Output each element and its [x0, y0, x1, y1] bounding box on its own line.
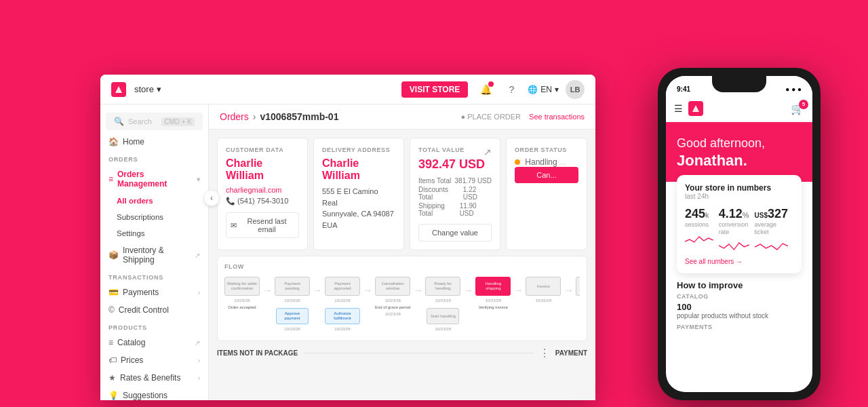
- cart-badge: 5: [799, 100, 808, 109]
- breadcrumb: Orders › v1006857mmb-01: [220, 111, 338, 122]
- items-not-in-package-label: ITEMS NOT IN PACKAGE: [217, 349, 298, 357]
- breadcrumb-parent[interactable]: Orders: [220, 111, 249, 122]
- search-icon: 🔍: [114, 117, 124, 126]
- total-card: TOTAL VALUE ↗ 392.47 USD Items Total 381…: [410, 138, 500, 250]
- breadcrumb-current: v1006857mmb-01: [260, 111, 338, 122]
- store-selector[interactable]: store ▾: [134, 84, 161, 94]
- search-shortcut: CMD + K: [161, 117, 195, 126]
- app-logo: [111, 82, 126, 97]
- chevron-down-icon: ▾: [555, 85, 559, 94]
- divider: [303, 353, 534, 353]
- more-options-icon[interactable]: ⋮: [539, 347, 550, 360]
- flow-node-4: Cancellationwindow 10/23/28 End of grace…: [375, 277, 410, 316]
- sidebar: 🔍 Search CMD + K 🏠 Home ORDERS ≡ Orders …: [100, 104, 209, 400]
- search-box[interactable]: 🔍 Search CMD + K: [106, 113, 203, 130]
- phone-mockup: 9:41 ● ● ● ☰ 🛒 5 Good afternoon, Jonatha…: [658, 68, 834, 407]
- customer-card-label: CUSTOMER DATA: [226, 147, 299, 153]
- conversion-stat: 4.12% conversion rate: [719, 207, 755, 252]
- bottom-section: ITEMS NOT IN PACKAGE ⋮ PAYMENT: [209, 347, 595, 365]
- sidebar-collapse-button[interactable]: ‹: [203, 190, 220, 206]
- flow-node-3: Paymentapproved 10/23/28 Authorizefulfil…: [325, 277, 360, 331]
- delivery-card: DELIVERY ADDRESS Charlie William 555 E E…: [313, 138, 404, 250]
- hamburger-icon[interactable]: ☰: [674, 103, 683, 114]
- store-numbers-title: Your store in numbers: [685, 183, 793, 193]
- expand-icon[interactable]: ↗: [484, 147, 492, 157]
- user-avatar[interactable]: LB: [566, 80, 585, 99]
- breadcrumb-separator: ›: [253, 111, 256, 122]
- sidebar-item-subscriptions[interactable]: Subscriptions: [100, 209, 208, 225]
- customer-email: charliegmail.com: [226, 186, 299, 194]
- sidebar-section-orders: ORDERS: [100, 151, 208, 166]
- breadcrumb-bar: Orders › v1006857mmb-01 ● PLACE ORDER Se…: [209, 104, 595, 130]
- sidebar-item-all-orders[interactable]: All orders: [100, 193, 208, 209]
- notifications-icon[interactable]: 🔔: [476, 80, 495, 99]
- sidebar-item-home[interactable]: 🏠 Home: [100, 133, 208, 151]
- place-order-hint: ● PLACE ORDER: [461, 113, 521, 121]
- order-status-value: Handling ...: [515, 157, 578, 167]
- phone-app-logo: [688, 101, 703, 116]
- sidebar-item-orders-management[interactable]: ≡ Orders Management ▾: [100, 166, 208, 193]
- sidebar-item-settings[interactable]: Settings: [100, 225, 208, 241]
- flow-node-6: Handlingshipping 10/23/28 Verifying invo…: [475, 277, 511, 309]
- sidebar-item-suggestions[interactable]: 💡 Suggestions: [100, 387, 208, 400]
- svg-marker-0: [115, 86, 122, 93]
- phone-icon: 📞: [226, 197, 235, 205]
- home-icon: 🏠: [108, 137, 119, 147]
- flow-label: FLOW: [224, 263, 580, 270]
- cart-icon[interactable]: 🛒 5: [791, 102, 804, 115]
- phone-hero: Good afternoon, Jonathan.: [666, 122, 812, 182]
- cancel-button[interactable]: Can...: [515, 167, 578, 183]
- phone-stats: 245k sessions 4.12: [685, 207, 793, 252]
- prices-icon: 🏷: [108, 355, 117, 365]
- email-icon: ✉: [231, 221, 237, 230]
- delivery-card-label: DELIVERY ADDRESS: [322, 147, 395, 153]
- see-all-numbers-link[interactable]: See all numbers →: [685, 258, 793, 265]
- catalog-section: CATALOG: [677, 293, 802, 300]
- delivery-address: 555 E El Camino Real Sunnyvale, CA 94087…: [322, 186, 395, 231]
- discounts-row: Discounts Total 1.22 USD: [418, 186, 492, 201]
- ticket-sparkline: [755, 239, 789, 252]
- flow-section: FLOW Waiting for sellerconfirmation 10/2…: [217, 256, 587, 341]
- sidebar-item-credit[interactable]: © Credit Control: [100, 301, 208, 319]
- catalog-value: 100: [677, 302, 802, 312]
- flow-arrow: →: [513, 285, 523, 296]
- main-content: 🔍 Search CMD + K 🏠 Home ORDERS ≡ Orders …: [100, 104, 595, 400]
- visit-store-button[interactable]: VISIT STORE: [401, 81, 468, 98]
- see-transactions-link[interactable]: See transactions: [529, 113, 585, 121]
- sidebar-item-prices[interactable]: 🏷 Prices ›: [100, 351, 208, 369]
- change-value-button[interactable]: Change value: [418, 224, 492, 241]
- sidebar-item-inventory[interactable]: 📦 Inventory & Shipping ↗: [100, 241, 208, 269]
- sidebar-item-payments[interactable]: 💳 Payments ›: [100, 284, 208, 301]
- status-dot: [515, 159, 520, 165]
- chevron-down-icon: ▾: [197, 176, 200, 183]
- status-card: ORDER STATUS Handling ... Can...: [506, 138, 587, 250]
- rates-icon: ★: [108, 373, 116, 383]
- svg-marker-1: [692, 105, 699, 112]
- flow-node-2: Paymentpending 10/23/28 Approvepayment 1…: [275, 277, 310, 331]
- notification-badge: [488, 81, 494, 87]
- how-to-improve: How to improve CATALOG 100 popular produ…: [666, 273, 812, 330]
- flow-arrow: →: [413, 285, 422, 296]
- payment-label: PAYMENT: [555, 349, 587, 357]
- ticket-stat: US$327 average ticket: [755, 207, 794, 252]
- credit-icon: ©: [108, 305, 115, 315]
- flow-diagram: Waiting for sellerconfirmation 10/23/28 …: [224, 275, 580, 334]
- sessions-stat: 245k sessions: [685, 207, 719, 245]
- sidebar-item-catalog[interactable]: ≡ Catalog ↗: [100, 334, 208, 351]
- store-numbers-sub: last 24h: [685, 193, 793, 200]
- sessions-sparkline: [685, 231, 713, 245]
- phone-outer: 9:41 ● ● ● ☰ 🛒 5 Good afternoon, Jonatha…: [658, 68, 821, 400]
- resend-email-button[interactable]: ✉ Resend last email: [226, 212, 299, 238]
- total-card-label: TOTAL VALUE: [418, 147, 465, 153]
- customer-name: Charlie William: [226, 157, 299, 182]
- help-icon[interactable]: ?: [502, 80, 521, 99]
- flow-node-7: Invoice 10/33/28: [526, 277, 561, 303]
- sidebar-item-rates[interactable]: ★ Rates & Benefits ›: [100, 369, 208, 387]
- flow-arrow: →: [463, 285, 473, 296]
- payments-section: PAYMENTS: [677, 324, 802, 330]
- chevron-right-icon: ›: [198, 374, 200, 382]
- phone-notch: [712, 76, 766, 92]
- language-selector[interactable]: 🌐 EN ▾: [528, 85, 559, 94]
- phone-greeting: Good afternoon, Jonathan.: [677, 136, 802, 171]
- catalog-text: popular products without stock: [677, 312, 802, 319]
